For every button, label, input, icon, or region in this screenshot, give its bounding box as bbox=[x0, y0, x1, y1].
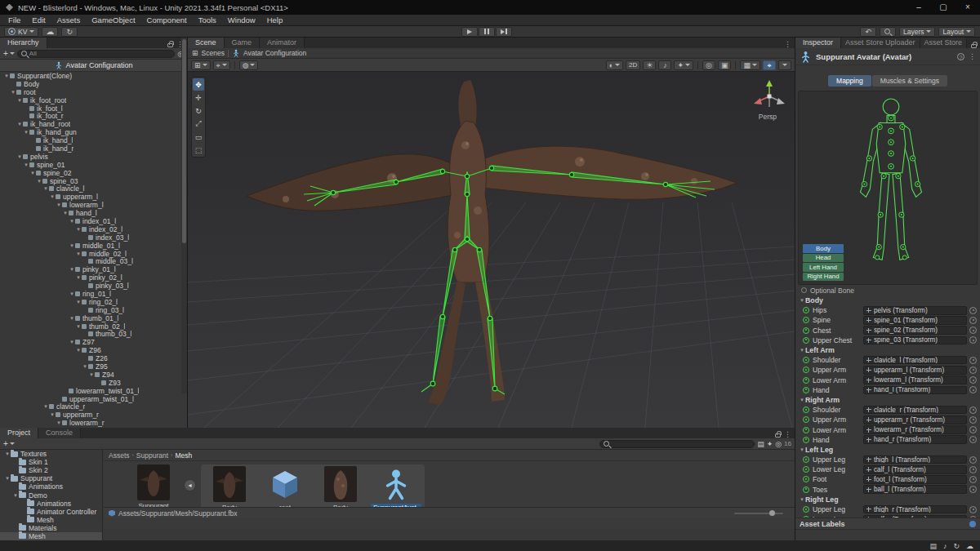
hierarchy-item-upperarm-twist-01-l[interactable]: ▾ upperarm_twist_01_l bbox=[0, 395, 187, 403]
effects-dropdown[interactable]: ✦ bbox=[674, 60, 693, 70]
hierarchy-scrollbar[interactable] bbox=[181, 38, 187, 393]
foldout-arrow-icon[interactable]: ▾ bbox=[4, 451, 11, 457]
create-asset-button[interactable]: + bbox=[3, 439, 15, 448]
foldout-arrow-icon[interactable]: ▾ bbox=[42, 403, 49, 410]
undo-history-button[interactable]: ↶ bbox=[860, 27, 876, 37]
gizmo-persp-label[interactable]: Persp bbox=[759, 113, 777, 121]
object-picker-icon[interactable] bbox=[969, 506, 977, 513]
notifications-icon[interactable]: ♪ bbox=[943, 542, 947, 550]
hierarchy-item-middle-01-l[interactable]: ▾ middle_01_l bbox=[0, 242, 187, 250]
foldout-arrow-icon[interactable]: ▾ bbox=[10, 89, 16, 96]
bone-section-left-leg[interactable]: ▾Left Leg bbox=[795, 445, 980, 455]
overlays-dropdown[interactable] bbox=[778, 60, 791, 70]
transform-tool-button[interactable]: ⬚ bbox=[193, 144, 204, 156]
bone-section-right-leg[interactable]: ▾Right Leg bbox=[795, 495, 980, 504]
tab-game[interactable]: Game bbox=[225, 38, 261, 48]
scene-viewport[interactable]: ✥ ✛ ↻ ⤢ ▭ ⬚ bbox=[188, 72, 795, 428]
object-picker-icon[interactable] bbox=[969, 476, 977, 483]
move-tool-button[interactable]: ✛ bbox=[193, 91, 204, 104]
project-search-input[interactable] bbox=[599, 440, 755, 448]
camera-settings-button[interactable]: ▣ bbox=[718, 60, 732, 70]
folder-animations[interactable]: ▾ Animations bbox=[0, 500, 102, 508]
object-picker-icon[interactable] bbox=[969, 327, 977, 334]
foldout-arrow-icon[interactable]: ▾ bbox=[69, 291, 75, 297]
object-picker-icon[interactable] bbox=[969, 317, 977, 324]
asset-body[interactable]: Body bbox=[204, 466, 255, 511]
object-picker-icon[interactable] bbox=[969, 436, 977, 443]
menu-component[interactable]: Component bbox=[141, 15, 193, 26]
view-tool-button[interactable]: ✥ bbox=[193, 78, 204, 91]
folder-skin-1[interactable]: ▾ Skin 1 bbox=[0, 458, 102, 466]
tool-handle-dropdown[interactable]: ⌖ bbox=[213, 60, 230, 70]
bone-object-field[interactable]: upperarm_l (Transform) bbox=[863, 366, 967, 375]
tab-scene[interactable]: Scene bbox=[188, 38, 225, 48]
object-picker-icon[interactable] bbox=[969, 367, 977, 374]
bone-object-field[interactable]: hand_l (Transform) bbox=[863, 386, 967, 395]
object-picker-icon[interactable] bbox=[969, 516, 977, 518]
tab-hierarchy[interactable]: Hierarchy bbox=[0, 38, 47, 48]
part-button-left-hand[interactable]: Left Hand bbox=[803, 263, 844, 272]
bone-object-field[interactable]: foot_l (Transform) bbox=[863, 475, 967, 484]
search-button[interactable] bbox=[880, 27, 896, 37]
lock-icon[interactable] bbox=[971, 44, 977, 48]
folder-mesh[interactable]: ▾ Mesh bbox=[0, 532, 102, 540]
hierarchy-item-z94[interactable]: ▾ Z94 bbox=[0, 371, 187, 379]
hierarchy-item-ring-01-l[interactable]: ▾ ring_01_l bbox=[0, 290, 187, 298]
step-button[interactable] bbox=[496, 27, 512, 37]
hierarchy-item-index-01-l[interactable]: ▾ index_01_l bbox=[0, 217, 187, 225]
hierarchy-item-z96[interactable]: ▾ Z96 bbox=[0, 346, 187, 354]
asset-bundle-icon[interactable] bbox=[969, 521, 976, 527]
tab-inspector[interactable]: Inspector bbox=[795, 38, 841, 48]
hierarchy-item-index-03-l[interactable]: ▾ index_03_l bbox=[0, 233, 187, 242]
folder-skin-2[interactable]: ▾ Skin 2 bbox=[0, 466, 102, 474]
grid-snap-dropdown[interactable]: ⊞ bbox=[191, 60, 211, 70]
asset-body[interactable]: Body bbox=[315, 466, 366, 511]
bone-object-field[interactable]: clavicle_r (Transform) bbox=[863, 406, 967, 415]
hierarchy-item-lowerarm-twist-01-l[interactable]: ▾ lowerarm_twist_01_l bbox=[0, 387, 187, 395]
rotate-tool-button[interactable]: ↻ bbox=[193, 104, 204, 117]
hierarchy-item-lowerarm-l[interactable]: ▾ lowerarm_l bbox=[0, 201, 187, 209]
hierarchy-item-upperarm-l[interactable]: ▾ upperarm_l bbox=[0, 193, 187, 201]
bone-section-body[interactable]: ▾Body bbox=[795, 295, 980, 305]
panel-menu-icon[interactable]: ⋮ bbox=[784, 40, 791, 48]
foldout-arrow-icon[interactable]: ▾ bbox=[82, 363, 88, 370]
object-picker-icon[interactable] bbox=[969, 386, 977, 393]
hierarchy-item-pinky-02-l[interactable]: ▾ pinky_02_l bbox=[0, 273, 187, 282]
part-button-head[interactable]: Head bbox=[803, 254, 844, 263]
account-button[interactable]: KV bbox=[4, 27, 38, 37]
search-by-label-icon[interactable]: ✦ bbox=[767, 440, 773, 448]
bone-object-field[interactable]: pelvis (Transform) bbox=[863, 306, 967, 315]
foldout-arrow-icon[interactable]: ▾ bbox=[49, 411, 56, 418]
hierarchy-item-z26[interactable]: ▾ Z26 bbox=[0, 354, 187, 362]
lock-icon[interactable] bbox=[775, 433, 781, 438]
foldout-arrow-icon[interactable]: ▾ bbox=[75, 251, 82, 257]
hierarchy-item-ring-02-l[interactable]: ▾ ring_02_l bbox=[0, 298, 187, 306]
bone-object-field[interactable]: calf_l (Transform) bbox=[863, 465, 967, 474]
hierarchy-item-spine-01[interactable]: ▾ spine_01 bbox=[0, 161, 187, 169]
bone-object-field[interactable]: upperarm_r (Transform) bbox=[863, 415, 967, 424]
menu-gameobject[interactable]: GameObject bbox=[86, 15, 140, 26]
lighting-toggle[interactable]: ☀ bbox=[643, 60, 656, 70]
asset-suppurantavat[interactable]: SuppurantAvat... bbox=[371, 466, 421, 511]
layers-dropdown[interactable]: Layers bbox=[899, 27, 936, 37]
hierarchy-item-pelvis[interactable]: ▾ pelvis bbox=[0, 153, 187, 161]
hierarchy-item-ik-hand-r[interactable]: ▾ ik_hand_r bbox=[0, 144, 187, 153]
folder-textures[interactable]: ▾ Textures bbox=[0, 450, 102, 458]
menu-assets[interactable]: Assets bbox=[51, 15, 87, 26]
hierarchy-item-ik-hand-l[interactable]: ▾ ik_hand_l bbox=[0, 136, 187, 144]
tab-asset-store[interactable]: Asset Store bbox=[920, 38, 968, 48]
bone-object-field[interactable]: spine_02 (Transform) bbox=[863, 326, 967, 335]
hierarchy-item-z93[interactable]: ▾ Z93 bbox=[0, 379, 187, 387]
hierarchy-item-index-02-l[interactable]: ▾ index_02_l bbox=[0, 225, 187, 233]
hierarchy-item-clavicle-r[interactable]: ▾ clavicle_r bbox=[0, 403, 187, 411]
breadcrumb-assets[interactable]: Assets bbox=[109, 451, 130, 460]
audio-toggle[interactable]: ♪ bbox=[658, 60, 671, 70]
bone-object-field[interactable]: clavicle_l (Transform) bbox=[863, 356, 967, 365]
hierarchy-item-spine-02[interactable]: ▾ spine_02 bbox=[0, 169, 187, 177]
console-status-icon[interactable]: ▤ bbox=[929, 542, 937, 550]
hierarchy-item-upperarm-r[interactable]: ▾ upperarm_r bbox=[0, 411, 187, 419]
hierarchy-item-lowerarm-r[interactable]: ▾ lowerarm_r bbox=[0, 419, 187, 427]
bone-object-field[interactable]: lowerarm_l (Transform) bbox=[863, 375, 967, 384]
shading-mode-dropdown[interactable]: ◐ bbox=[606, 60, 623, 70]
hierarchy-item-thumb-03-l[interactable]: ▾ thumb_03_l bbox=[0, 331, 187, 339]
